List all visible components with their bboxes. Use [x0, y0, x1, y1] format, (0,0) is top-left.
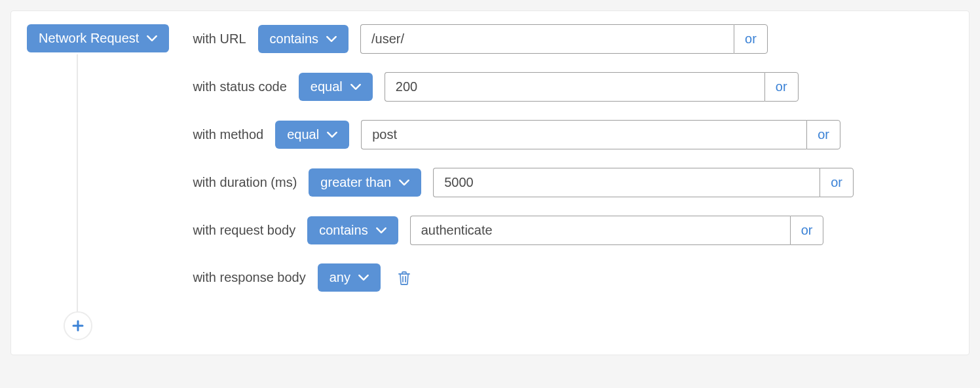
condition-row-method: with method equal or [193, 120, 854, 149]
condition-label: with duration (ms) [193, 175, 297, 190]
or-button[interactable]: or [820, 168, 854, 197]
operator-label: equal [287, 127, 319, 142]
operator-label: any [330, 270, 350, 285]
or-button[interactable]: or [806, 120, 840, 149]
value-input[interactable] [433, 168, 820, 197]
filter-tree: Network Request with URL contains or [27, 24, 953, 339]
or-button[interactable]: or [790, 216, 824, 245]
condition-row-status-code: with status code equal or [193, 72, 854, 102]
operator-dropdown[interactable]: contains [307, 216, 398, 244]
value-group: or [360, 24, 768, 54]
operator-label: greater than [320, 175, 391, 190]
plus-icon [72, 320, 84, 332]
operator-label: contains [270, 31, 319, 47]
delete-condition-button[interactable] [395, 268, 413, 288]
condition-label: with URL [193, 31, 246, 47]
chevron-down-icon [358, 275, 369, 281]
operator-dropdown[interactable]: greater than [309, 168, 421, 197]
event-type-dropdown[interactable]: Network Request [27, 24, 169, 52]
value-input[interactable] [410, 216, 790, 245]
condition-label: with request body [193, 223, 295, 238]
chevron-down-icon [147, 35, 157, 42]
operator-dropdown[interactable]: equal [299, 73, 373, 101]
operator-dropdown[interactable]: any [318, 263, 381, 292]
conditions-list: with URL contains or with status code eq… [193, 24, 854, 292]
condition-row-response-body: with response body any [193, 263, 854, 292]
condition-row-duration: with duration (ms) greater than or [193, 168, 854, 197]
value-group: or [433, 168, 854, 197]
operator-label: equal [311, 79, 343, 94]
value-input[interactable] [360, 24, 734, 54]
value-group: or [385, 72, 799, 102]
chevron-down-icon [350, 84, 361, 90]
root-row: Network Request with URL contains or [27, 24, 953, 292]
chevron-down-icon [326, 36, 337, 43]
chevron-down-icon [376, 227, 386, 234]
or-button[interactable]: or [734, 24, 768, 54]
value-input[interactable] [385, 72, 764, 102]
filter-panel: Network Request with URL contains or [10, 10, 970, 355]
condition-row-request-body: with request body contains or [193, 216, 854, 245]
event-type-label: Network Request [39, 31, 139, 46]
value-group: or [410, 216, 824, 245]
add-condition-button[interactable] [64, 311, 92, 340]
condition-label: with response body [193, 270, 305, 285]
trash-icon [398, 271, 411, 285]
chevron-down-icon [327, 132, 337, 138]
operator-dropdown[interactable]: contains [258, 25, 349, 53]
or-button[interactable]: or [764, 72, 799, 102]
condition-label: with method [193, 127, 263, 142]
condition-label: with status code [193, 79, 286, 94]
condition-row-url: with URL contains or [193, 24, 854, 54]
operator-label: contains [319, 223, 368, 238]
operator-dropdown[interactable]: equal [275, 121, 349, 149]
value-group: or [361, 120, 840, 149]
value-input[interactable] [361, 120, 806, 149]
tree-connector-line [77, 54, 78, 326]
chevron-down-icon [399, 180, 409, 186]
